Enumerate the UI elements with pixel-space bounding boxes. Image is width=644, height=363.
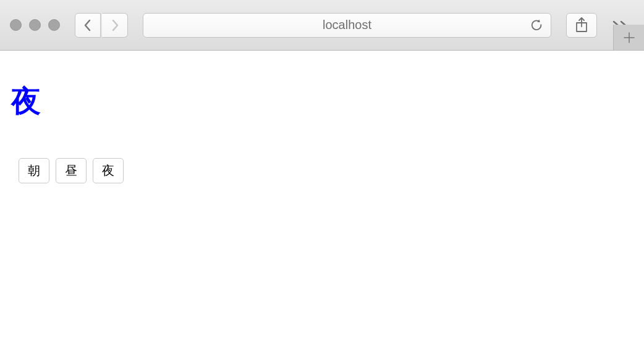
- minimize-window-button[interactable]: [29, 19, 41, 31]
- chevron-right-icon: [111, 19, 119, 31]
- share-icon: [575, 17, 588, 33]
- close-window-button[interactable]: [10, 19, 22, 31]
- navigation-buttons: [75, 13, 128, 38]
- night-button[interactable]: 夜: [93, 158, 124, 183]
- button-row: 朝 昼 夜: [11, 158, 633, 183]
- morning-button[interactable]: 朝: [19, 158, 49, 183]
- address-bar[interactable]: localhost: [143, 13, 551, 38]
- page-content: 夜 朝 昼 夜: [0, 51, 644, 194]
- share-button[interactable]: [566, 13, 597, 38]
- new-tab-button[interactable]: [613, 25, 644, 51]
- chevron-left-icon: [83, 19, 92, 31]
- browser-toolbar: localhost: [0, 0, 644, 51]
- forward-button[interactable]: [102, 13, 128, 38]
- back-button[interactable]: [75, 13, 101, 38]
- window-controls: [10, 19, 60, 31]
- page-heading: 夜: [11, 81, 633, 121]
- url-text: localhost: [323, 18, 371, 32]
- plus-icon: [622, 30, 637, 45]
- maximize-window-button[interactable]: [48, 19, 60, 31]
- noon-button[interactable]: 昼: [56, 158, 87, 183]
- reload-icon[interactable]: [530, 19, 543, 32]
